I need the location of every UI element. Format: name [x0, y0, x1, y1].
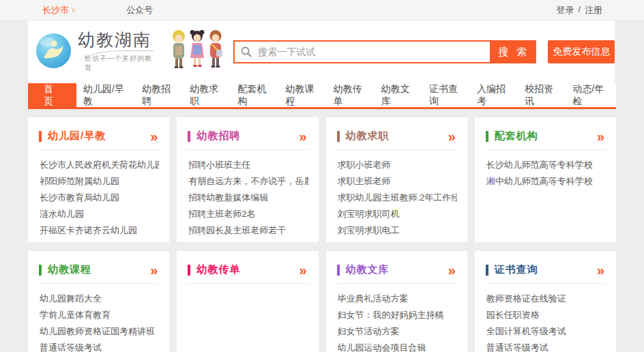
section-item-link[interactable]: 招聘小班班主任: [188, 160, 250, 170]
search-button[interactable]: 搜 索: [491, 40, 536, 63]
section-list-item: 有朋自远方来，不亦说乎，岳麓区...: [188, 173, 308, 189]
section-list-item: 湘中幼儿师范高等专科学校: [486, 173, 606, 189]
nav-item[interactable]: 证书查询: [422, 83, 470, 107]
nav-item[interactable]: 首页: [28, 83, 76, 107]
section-header: 配套机构 »: [485, 126, 606, 150]
section-item-link[interactable]: 招聘幼教新媒体编辑: [188, 192, 268, 203]
section-item-link[interactable]: 妇女节：我的好妈妈主持稿: [338, 310, 444, 320]
more-arrow-icon[interactable]: »: [448, 132, 456, 141]
section-item-link[interactable]: 刘宝明求职电工: [338, 225, 400, 235]
section-item-list: 幼儿园舞蹈大全学前儿童体育教育幼儿园教师资格证国考精讲班普通话等级考试: [38, 290, 159, 352]
nav-item[interactable]: 幼教招聘: [135, 83, 183, 107]
section-list-item: 求职幼儿园主班教师.2年工作经历...: [338, 189, 457, 205]
section-item-link[interactable]: 幼儿园运动会项目合辑: [338, 342, 426, 352]
register-link[interactable]: 注册: [585, 4, 602, 16]
wechat-public-account-link[interactable]: 公众号: [126, 4, 153, 16]
section-item-link[interactable]: 求职幼儿园主班教师.2年工作经历...: [338, 192, 457, 203]
section-card: 幼教传单 »: [177, 251, 318, 352]
more-arrow-icon[interactable]: »: [299, 265, 306, 275]
section-item-link[interactable]: 涟水幼儿园: [40, 209, 84, 219]
section-list-item: 普通话等级考试: [486, 339, 606, 352]
more-arrow-icon[interactable]: »: [299, 132, 306, 141]
section-item-link[interactable]: 毕业典礼活动方案: [338, 293, 409, 304]
nav-item[interactable]: 幼教传单: [327, 83, 375, 107]
section-color-bar: [337, 265, 340, 276]
section-item-link[interactable]: 普通话等级考试: [486, 342, 548, 352]
section-color-bar: [188, 265, 190, 276]
nav-item[interactable]: 动态/年检: [566, 83, 616, 107]
login-link[interactable]: 登录: [556, 4, 574, 16]
section-item-link[interactable]: 妇女节活动方案: [338, 326, 400, 336]
nav-item[interactable]: 入编招考: [470, 83, 518, 107]
section-item-list: 招聘小班班主任有朋自远方来，不亦说乎，岳麓区...招聘幼教新媒体编辑招聘主班老师…: [187, 156, 308, 242]
section-card: 幼教文库 » 毕业典礼活动方案妇女节：我的好妈妈主持稿妇女节活动方案幼儿园运动会…: [326, 251, 467, 352]
section-item-list: 长沙幼儿师范高等专科学校湘中幼儿师范高等专科学校: [485, 156, 606, 189]
section-color-bar: [39, 131, 42, 142]
section-item-link[interactable]: 园长任职资格: [486, 310, 540, 320]
section-item-link[interactable]: 长沙市人民政府机关荷花幼儿园: [40, 160, 159, 170]
section-item-link[interactable]: 教师资格证在线验证: [486, 293, 566, 304]
section-header: 幼教文库 »: [336, 260, 457, 284]
section-card: 幼教招聘 » 招聘小班班主任有朋自远方来，不亦说乎，岳麓区...招聘幼教新媒体编…: [177, 117, 318, 242]
section-title: 幼教传单: [196, 263, 299, 276]
section-color-bar: [486, 265, 488, 276]
section-list-item: 开福区卡齐诺齐云幼儿园: [40, 222, 159, 238]
nav-item[interactable]: 幼教求职: [183, 83, 231, 107]
section-list-item: 招聘主班老师2名: [188, 205, 308, 222]
section-item-link[interactable]: 祁阳师范附属幼儿园: [40, 176, 119, 186]
section-list-item: 长沙市人民政府机关荷花幼儿园: [40, 156, 159, 173]
section-item-link[interactable]: 幼儿园教师资格证国考精讲班: [40, 326, 155, 336]
section-item-link[interactable]: 招聘园长: [188, 241, 224, 242]
section-color-bar: [337, 131, 340, 142]
section-list-item: 长沙幼儿师范高等专科学校: [486, 156, 606, 173]
section-item-link[interactable]: 招聘主班老师2名: [188, 209, 255, 219]
section-item-link[interactable]: 学前儿童体育教育: [40, 310, 111, 320]
section-header: 幼教求职 »: [336, 126, 457, 150]
more-arrow-icon[interactable]: »: [150, 265, 158, 275]
section-list-item: 幼儿园运动会项目合辑: [338, 339, 457, 352]
more-arrow-icon[interactable]: »: [448, 265, 456, 275]
section-item-link[interactable]: 幼儿园舞蹈大全: [40, 293, 102, 304]
section-item-link[interactable]: 求职小班老师: [338, 160, 391, 170]
section-card: 幼儿园/早教 » 长沙市人民政府机关荷花幼儿园祁阳师范附属幼儿园长沙市教育局幼儿…: [28, 117, 169, 242]
section-list-item: 求职主班老师: [338, 173, 457, 189]
logo-text: 幼教湖南 给孩子一个美好的教育: [78, 31, 153, 74]
auth-separator: /: [578, 4, 581, 16]
section-item-link[interactable]: 长沙市教育局幼儿园: [40, 192, 119, 203]
section-item-link[interactable]: 全国计算机等级考试: [486, 326, 566, 336]
section-title: 幼教招聘: [196, 130, 299, 143]
section-item-link[interactable]: 刘宝明求职司机: [338, 209, 400, 219]
section-list-item: 教师资格证在线验证: [486, 290, 606, 306]
nav-item[interactable]: 幼儿园/早教: [76, 83, 135, 107]
city-selector[interactable]: 长沙市 ∨: [42, 4, 76, 16]
site-logo[interactable]: 幼教湖南 给孩子一个美好的教育: [35, 31, 153, 74]
search-input[interactable]: [257, 46, 484, 58]
logo-tagline: 给孩子一个美好的教育: [78, 50, 153, 73]
section-list-item: 幼儿园教师资格证国考精讲班: [40, 323, 159, 339]
section-item-link[interactable]: 有朋自远方来，不亦说乎，岳麓区...: [188, 176, 308, 186]
more-arrow-icon[interactable]: »: [597, 265, 604, 275]
main-nav: 首页幼儿园/早教幼教招聘幼教求职配套机构幼教课程幼教传单幼教文库证书查询入编招考…: [28, 83, 616, 109]
more-arrow-icon[interactable]: »: [150, 132, 158, 141]
section-list-item: 刘宝明求职厨师: [338, 238, 457, 242]
free-publish-button[interactable]: 免费发布信息: [548, 40, 615, 63]
section-item-link[interactable]: 刘宝明求职厨师: [338, 241, 400, 242]
section-card: 证书查询 » 教师资格证在线验证园长任职资格全国计算机等级考试普通话等级考试湖南…: [475, 251, 616, 352]
section-list-item: 刘宝明求职司机: [338, 205, 457, 222]
section-item-link[interactable]: 求职主班老师: [338, 176, 391, 186]
section-item-link[interactable]: 普通话等级考试: [40, 342, 102, 352]
section-list-item: 涟水幼儿园: [40, 205, 159, 222]
section-item-link[interactable]: 湘中幼儿师范高等专科学校: [486, 176, 593, 186]
section-card: 配套机构 » 长沙幼儿师范高等专科学校湘中幼儿师范高等专科学校: [475, 117, 616, 242]
section-item-link[interactable]: 开福区卡齐诺齐云幼儿园: [40, 225, 137, 235]
nav-item[interactable]: 幼教文库: [375, 83, 422, 107]
section-list-item: 幼儿园舞蹈大全: [40, 290, 159, 306]
children-illustration-icon: [170, 28, 224, 76]
section-item-link[interactable]: 长沙幼儿师范高等专科学校: [486, 160, 593, 170]
nav-item[interactable]: 幼教课程: [279, 83, 327, 107]
more-arrow-icon[interactable]: »: [597, 132, 604, 141]
section-item-link[interactable]: 招聘园长及主班老师若干: [188, 225, 286, 235]
section-color-bar: [188, 131, 190, 142]
nav-item[interactable]: 校招资讯: [518, 83, 566, 107]
nav-item[interactable]: 配套机构: [231, 83, 278, 107]
